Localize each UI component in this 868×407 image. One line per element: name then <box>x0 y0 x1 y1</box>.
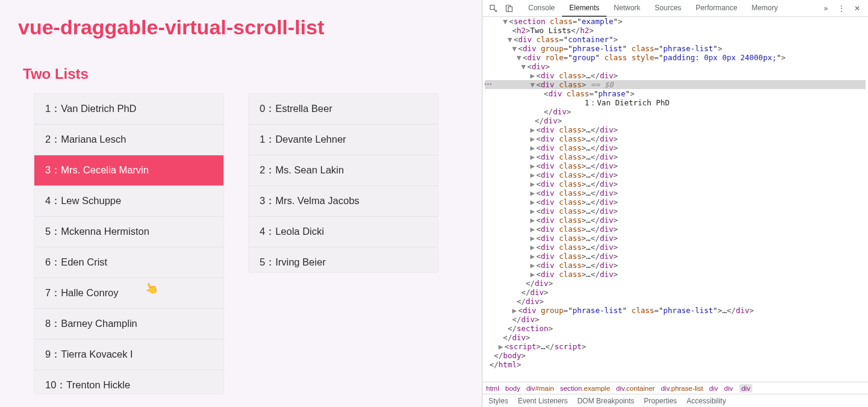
devtools-tab-network[interactable]: Network <box>607 0 648 17</box>
dom-tree-line[interactable]: ▼<div class="container"> <box>485 35 866 44</box>
close-devtools-icon[interactable]: ✕ <box>850 2 864 15</box>
section-title: Two Lists <box>23 66 465 82</box>
devtools-toolbar-right: » ⋮ ✕ <box>819 2 864 15</box>
devtools-tab-console[interactable]: Console <box>521 0 562 17</box>
dom-tree-line[interactable]: </div> <box>485 279 866 288</box>
list-item[interactable]: 2：Mariana Lesch <box>34 125 223 155</box>
list-item[interactable]: 3：Mrs. Velma Jacobs <box>249 186 438 217</box>
breadcrumb-item[interactable]: div.container <box>616 385 655 392</box>
breadcrumb-item[interactable]: html <box>486 385 499 392</box>
devtools-tab-elements[interactable]: Elements <box>562 0 607 17</box>
dom-tree-line[interactable]: </div> <box>485 333 866 342</box>
devtools-tabs: ConsoleElementsNetworkSourcesPerformance… <box>521 0 785 17</box>
inspect-icon[interactable] <box>486 2 501 15</box>
dom-tree-line[interactable]: ▶<div class>…</div> <box>485 188 866 197</box>
dom-tree-line[interactable]: ▼<div role="group" class style="padding:… <box>485 53 866 62</box>
dom-tree-line[interactable]: ▶<div class>…</div> <box>485 216 866 225</box>
dom-tree-line[interactable]: ▶<script>…</script> <box>485 342 866 351</box>
dom-tree-line[interactable]: ▶<div class>…</div> <box>485 134 866 143</box>
page-title: vue-draggable-virtual-scroll-list <box>18 16 465 39</box>
dom-tree-line[interactable]: ▶<div class>…</div> <box>485 261 866 270</box>
list-item[interactable]: 1：Devante Lehner <box>249 125 438 155</box>
device-toggle-icon[interactable] <box>502 2 516 15</box>
breadcrumb-item[interactable]: div.phrase-list <box>661 385 703 392</box>
dom-tree-line[interactable]: ▶<div class>…</div> <box>485 179 866 188</box>
breadcrumb[interactable]: htmlbodydiv#mainsection.examplediv.conta… <box>482 382 868 394</box>
devtools-panel: ConsoleElementsNetworkSourcesPerformance… <box>482 0 868 407</box>
dom-tree-line[interactable]: ▶<div class>…</div> <box>485 125 866 134</box>
list-item[interactable]: 6：Eden Crist <box>34 247 223 278</box>
dom-tree-line[interactable]: <h2>Two Lists</h2> <box>485 26 866 35</box>
dom-tree-line[interactable]: ▶<div class>…</div> <box>485 234 866 243</box>
dom-tree-line[interactable]: </section> <box>485 324 866 333</box>
phrase-list-a[interactable]: 1：Van Dietrich PhD2：Mariana Lesch3：Mrs. … <box>34 93 224 394</box>
phrase-list-b[interactable]: 0：Estrella Beer1：Devante Lehner2：Ms. Sea… <box>248 93 439 273</box>
subtab-properties[interactable]: Properties <box>644 397 677 405</box>
more-tabs-icon[interactable]: » <box>819 2 833 15</box>
dom-tree-line[interactable]: </div> <box>485 288 866 297</box>
dom-tree-line[interactable]: </body> <box>485 351 866 360</box>
list-item[interactable]: 10：Trenton Hickle <box>34 370 223 394</box>
dom-tree-line[interactable]: <div class="phrase"> <box>485 89 866 98</box>
dom-tree-line[interactable]: </div> <box>485 107 866 116</box>
dom-tree-line[interactable]: ▼<div> <box>485 62 866 71</box>
dom-tree-line[interactable]: ▶<div class>…</div> <box>485 71 866 80</box>
dom-tree[interactable]: ▼<section class="example"> <h2>Two Lists… <box>482 17 868 382</box>
list-item[interactable]: 8：Barney Champlin <box>34 309 223 340</box>
subtab-dom-breakpoints[interactable]: DOM Breakpoints <box>577 397 634 405</box>
devtools-tab-memory[interactable]: Memory <box>745 0 785 17</box>
app-root: vue-draggable-virtual-scroll-list Two Li… <box>0 0 482 407</box>
dom-tree-line[interactable]: </div> <box>485 315 866 324</box>
breadcrumb-item[interactable]: div#main <box>526 385 554 392</box>
devtools-subtabs: StylesEvent ListenersDOM BreakpointsProp… <box>482 394 868 407</box>
dom-tree-line[interactable]: ▶<div class>…</div> <box>485 270 866 279</box>
devtools-toolbar: ConsoleElementsNetworkSourcesPerformance… <box>482 0 868 17</box>
list-item[interactable]: 5：Mckenna Hermiston <box>34 217 223 247</box>
dom-tree-line[interactable]: ▶<div class>…</div> <box>485 207 866 216</box>
devtools-tab-performance[interactable]: Performance <box>688 0 745 17</box>
list-item[interactable]: 1：Van Dietrich PhD <box>34 94 223 125</box>
dom-tree-line[interactable]: </div> <box>485 116 866 125</box>
dom-tree-line[interactable]: ▶<div class>…</div> <box>485 197 866 207</box>
list-item[interactable]: 7：Halle Conroy <box>34 278 223 309</box>
lists-container: 1：Van Dietrich PhD2：Mariana Lesch3：Mrs. … <box>17 93 465 394</box>
dom-tree-line[interactable]: ▶<div class>…</div> <box>485 143 866 152</box>
breadcrumb-item[interactable]: body <box>505 385 520 392</box>
dom-tree-line[interactable]: ▶<div class>…</div> <box>485 161 866 170</box>
subtab-accessibility[interactable]: Accessibility <box>687 397 726 405</box>
dom-tree-line[interactable]: ▼<div group="phrase-list" class="phrase-… <box>485 44 866 53</box>
dom-tree-line[interactable]: ▶<div class>…</div> <box>485 225 866 234</box>
subtab-styles[interactable]: Styles <box>489 397 508 405</box>
list-item[interactable]: 4：Leola Dicki <box>249 217 438 247</box>
dom-tree-line[interactable]: ▶<div group="phrase-list" class="phrase-… <box>485 306 866 315</box>
list-item[interactable]: 9：Tierra Kovacek I <box>34 340 223 370</box>
devtools-tab-sources[interactable]: Sources <box>648 0 688 17</box>
list-item[interactable]: 3：Mrs. Cecelia Marvin <box>34 155 223 186</box>
dom-tree-line[interactable]: ▼<div class> == $0 <box>485 80 866 89</box>
list-item[interactable]: 5：Irving Beier <box>249 247 438 273</box>
dom-tree-line[interactable]: </div> <box>485 297 866 306</box>
subtab-event-listeners[interactable]: Event Listeners <box>518 397 568 405</box>
dom-tree-line[interactable]: ▼<section class="example"> <box>485 17 866 26</box>
breadcrumb-item[interactable]: div <box>739 384 753 393</box>
dom-tree-line[interactable]: ▶<div class>…</div> <box>485 252 866 261</box>
breadcrumb-item[interactable]: div <box>724 385 733 392</box>
svg-rect-2 <box>508 7 512 11</box>
breadcrumb-item[interactable]: div <box>709 385 718 392</box>
dom-tree-line[interactable]: </html> <box>485 360 866 369</box>
dom-tree-line[interactable]: ▶<div class>…</div> <box>485 170 866 179</box>
breadcrumb-item[interactable]: section.example <box>560 385 610 392</box>
kebab-menu-icon[interactable]: ⋮ <box>834 2 849 15</box>
list-item[interactable]: 0：Estrella Beer <box>249 94 438 125</box>
dom-tree-line[interactable]: ▶<div class>…</div> <box>485 243 866 252</box>
list-item[interactable]: 2：Ms. Sean Lakin <box>249 155 438 186</box>
dom-tree-line[interactable]: ▶<div class>…</div> <box>485 152 866 161</box>
dom-tree-line[interactable]: 1：Van Dietrich PhD <box>485 98 866 107</box>
list-item[interactable]: 4：Lew Schuppe <box>34 186 223 217</box>
